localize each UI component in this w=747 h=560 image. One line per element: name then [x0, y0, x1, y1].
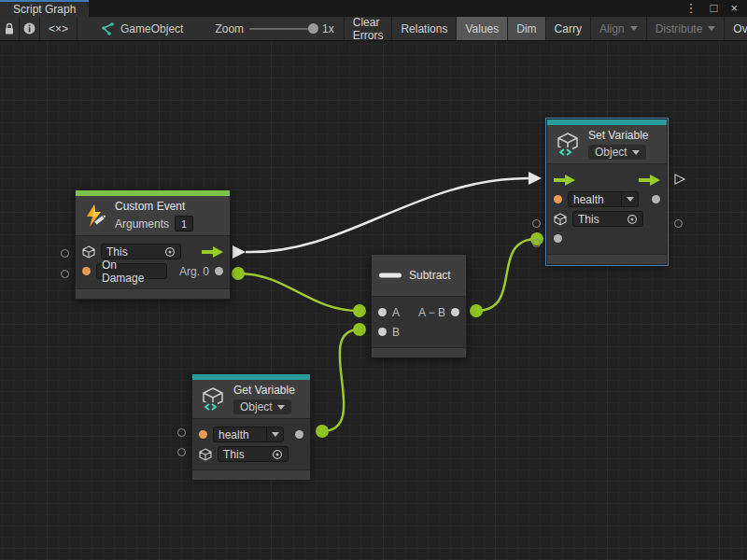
- node-subtract[interactable]: Subtract A A − B B: [371, 254, 467, 357]
- carry-button[interactable]: Carry: [545, 17, 590, 40]
- overview-button[interactable]: Overv: [724, 17, 747, 40]
- zoom-value: 1x: [322, 22, 334, 35]
- outer-port[interactable]: [177, 428, 186, 437]
- variable-cube-icon: [555, 132, 581, 158]
- variable-dropdown[interactable]: health: [568, 191, 639, 207]
- event-port[interactable]: [82, 267, 91, 275]
- wire-arg0-to-subtract-a[interactable]: [238, 273, 359, 311]
- custom-event-icon: [83, 203, 107, 228]
- graph-context: GameObject: [91, 17, 192, 40]
- flow-output-port[interactable]: [202, 246, 223, 258]
- zoom-slider[interactable]: [249, 28, 317, 30]
- menu-icon[interactable]: ⋮: [685, 0, 698, 17]
- outer-port[interactable]: [177, 448, 186, 456]
- zoom-label: Zoom: [215, 22, 244, 35]
- wire-flow-customevent-to-setvariable[interactable]: [246, 178, 529, 252]
- arguments-label: Arguments: [115, 217, 169, 231]
- target-picker-icon[interactable]: [164, 246, 176, 258]
- node-footer: [372, 347, 466, 357]
- graph-canvas[interactable]: Custom Event Arguments 1 This: [0, 41, 747, 560]
- node-custom-event[interactable]: Custom Event Arguments 1 This: [75, 189, 231, 300]
- graph-icon: [100, 22, 115, 35]
- node-footer: [547, 254, 667, 264]
- code-view-button[interactable]: <×>: [40, 17, 78, 40]
- input-b-port[interactable]: [378, 328, 387, 336]
- info-icon: [23, 22, 35, 35]
- variable-dropdown[interactable]: health: [213, 427, 284, 442]
- wire-endpoint: [470, 304, 483, 317]
- outer-flow-port[interactable]: [674, 174, 685, 185]
- wire-start-arrow-icon: [233, 245, 246, 259]
- inspect-button[interactable]: [20, 17, 40, 40]
- flow-input-port[interactable]: [554, 175, 575, 186]
- node-title: Set Variable: [588, 129, 648, 142]
- target-field[interactable]: This: [218, 446, 289, 462]
- tab-script-graph[interactable]: Script Graph: [0, 0, 89, 17]
- wire-subtract-to-setvariable[interactable]: [476, 239, 537, 311]
- target-field[interactable]: This: [572, 211, 643, 227]
- node-set-variable[interactable]: Set Variable Object: [546, 119, 668, 265]
- event-name-field[interactable]: On Damage: [96, 263, 167, 279]
- outer-port[interactable]: [61, 249, 69, 258]
- cube-icon: [199, 448, 212, 461]
- wire-getvariable-to-subtract-b[interactable]: [322, 329, 359, 431]
- wire-endpoint: [316, 425, 329, 438]
- scope-dropdown[interactable]: Object: [588, 145, 646, 160]
- node-title: Custom Event: [115, 200, 193, 213]
- output-port[interactable]: [451, 308, 459, 316]
- node-title: Get Variable: [233, 384, 295, 397]
- caret-down-icon: [630, 26, 638, 31]
- variable-name-port[interactable]: [554, 195, 562, 203]
- gameobject-label: GameObject: [120, 22, 183, 35]
- outer-port[interactable]: [61, 270, 69, 278]
- tab-bar: Script Graph ⋮ □ ×: [0, 0, 747, 17]
- caret-down-icon: [627, 197, 634, 202]
- value-output-port[interactable]: [652, 195, 660, 203]
- cube-icon: [82, 245, 95, 259]
- outer-port[interactable]: [532, 239, 541, 247]
- graph-toolbar: <×> GameObject Zoom 1x Clear Errors Rela…: [0, 17, 747, 41]
- variable-name-port[interactable]: [199, 430, 207, 439]
- target-picker-icon[interactable]: [627, 214, 638, 225]
- value-output-port[interactable]: [295, 430, 303, 439]
- scope-dropdown[interactable]: Object: [233, 399, 291, 414]
- input-b-label: B: [392, 326, 400, 339]
- toolbar-buttons: Clear Errors Relations Values Dim Carry …: [344, 17, 747, 40]
- arguments-input[interactable]: 1: [175, 216, 193, 231]
- maximize-icon[interactable]: □: [711, 0, 718, 17]
- arg0-output-port[interactable]: [215, 267, 223, 275]
- outer-port[interactable]: [532, 219, 541, 228]
- target-picker-icon[interactable]: [272, 449, 283, 460]
- arg0-label: Arg. 0: [179, 265, 209, 278]
- zoom-control: Zoom 1x: [205, 17, 343, 40]
- caret-down-icon: [277, 405, 285, 410]
- code-view-icon: <×>: [49, 22, 68, 35]
- node-title: Subtract: [409, 269, 451, 282]
- close-icon[interactable]: ×: [730, 0, 738, 17]
- window-controls: ⋮ □ ×: [685, 0, 747, 17]
- wire-endpoint: [232, 267, 245, 280]
- node-footer: [76, 288, 230, 299]
- caret-down-icon: [272, 432, 279, 437]
- clear-errors-button[interactable]: Clear Errors: [344, 17, 392, 40]
- dim-button[interactable]: Dim: [507, 17, 544, 40]
- wire-endpoint: [353, 323, 366, 336]
- minus-icon: [379, 272, 402, 279]
- wire-end-arrow-icon: [529, 172, 542, 185]
- lock-button[interactable]: [0, 17, 20, 40]
- node-footer: [192, 469, 310, 480]
- target-field[interactable]: This: [101, 244, 181, 259]
- values-button[interactable]: Values: [456, 17, 507, 40]
- input-a-port[interactable]: [378, 308, 387, 316]
- node-get-variable[interactable]: Get Variable Object health: [191, 373, 311, 476]
- variable-cube-icon: [200, 386, 226, 413]
- relations-button[interactable]: Relations: [391, 17, 456, 40]
- cube-icon: [554, 213, 567, 226]
- zoom-slider-knob[interactable]: [308, 23, 318, 34]
- align-button[interactable]: Align: [590, 17, 646, 40]
- input-a-label: A: [392, 306, 400, 319]
- distribute-button[interactable]: Distribute: [646, 17, 725, 40]
- flow-output-port[interactable]: [639, 175, 660, 186]
- new-value-input-port[interactable]: [554, 234, 562, 243]
- outer-port[interactable]: [674, 219, 683, 228]
